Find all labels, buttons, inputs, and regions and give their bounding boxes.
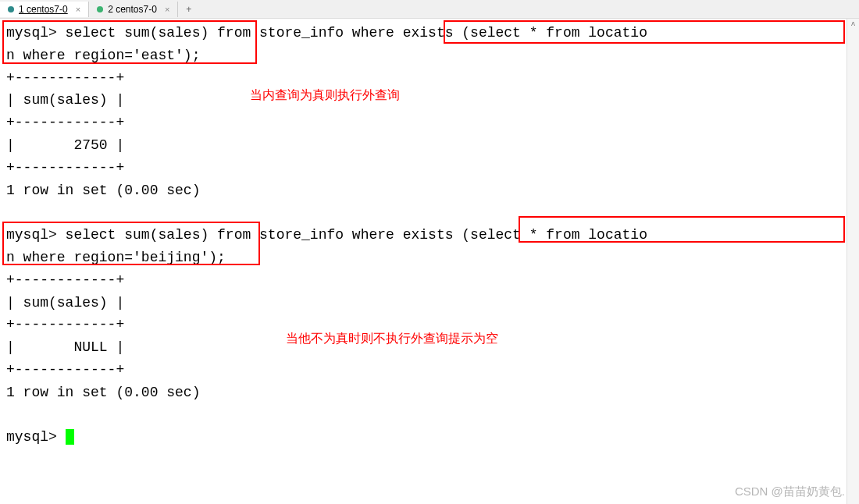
terminal-prompt: mysql> xyxy=(6,429,66,445)
tab-bar: 1 centos7-0 × 2 centos7-0 × + xyxy=(0,0,859,19)
terminal-line: mysql> select sum(sales) from store_info… xyxy=(6,25,647,41)
terminal-line: +------------+ xyxy=(6,70,124,86)
terminal-line: +------------+ xyxy=(6,272,124,288)
cursor-icon xyxy=(66,429,74,445)
terminal-line: | sum(sales) | xyxy=(6,92,124,108)
close-icon[interactable]: × xyxy=(165,5,169,14)
tab-label: 1 centos7-0 xyxy=(19,4,68,15)
terminal-line: +------------+ xyxy=(6,362,124,378)
terminal-line: mysql> select sum(sales) from store_info… xyxy=(6,227,647,243)
terminal-line: | sum(sales) | xyxy=(6,295,124,311)
terminal-line: n where region='beijing'); xyxy=(6,250,226,265)
tab-label: 2 centos7-0 xyxy=(108,4,157,15)
tab-2[interactable]: 2 centos7-0 × xyxy=(89,2,178,17)
terminal-line: | NULL | xyxy=(6,339,124,355)
tab-1[interactable]: 1 centos7-0 × xyxy=(0,2,89,17)
terminal-line: +------------+ xyxy=(6,160,124,176)
terminal-line: 1 row in set (0.00 sec) xyxy=(6,385,200,400)
add-tab-button[interactable]: + xyxy=(178,2,199,17)
terminal-line: | 2750 | xyxy=(6,137,124,153)
close-icon[interactable]: × xyxy=(76,5,80,14)
terminal-line: +------------+ xyxy=(6,115,124,130)
terminal-output[interactable]: mysql> select sum(sales) from store_info… xyxy=(0,19,847,504)
tab-status-icon xyxy=(97,6,103,12)
terminal-line: 1 row in set (0.00 sec) xyxy=(6,183,200,198)
terminal-line: +------------+ xyxy=(6,317,124,332)
scroll-up-icon[interactable]: ^ xyxy=(847,19,859,31)
vertical-scrollbar[interactable]: ^ xyxy=(847,19,859,504)
tab-status-icon xyxy=(8,6,14,12)
terminal-line: n where region='east'); xyxy=(6,48,200,63)
